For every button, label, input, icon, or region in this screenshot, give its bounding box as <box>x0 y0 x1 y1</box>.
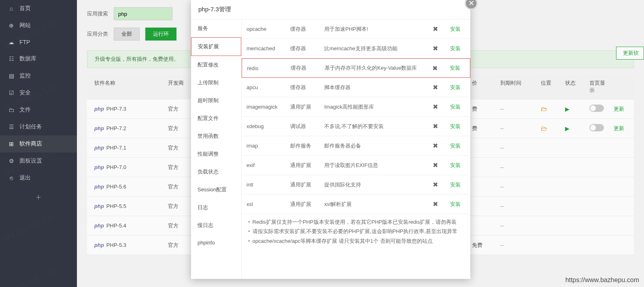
ext-desc: 脚本缓存器 <box>324 84 425 92</box>
ext-name: memcached <box>247 45 290 51</box>
ext-name: redis <box>247 65 291 71</box>
ext-status-icon: ✖ <box>425 200 445 208</box>
note-line: •请按实际需求安装扩展,不要安装不必要的PHP扩展,这会影响PHP执行效率,甚至… <box>248 227 464 236</box>
ext-status-icon: ✖ <box>425 142 445 150</box>
install-button[interactable]: 安装 <box>445 84 465 91</box>
modal-nav-item[interactable]: 禁用函数 <box>191 127 241 145</box>
modal-nav-item[interactable]: 服务 <box>191 19 241 37</box>
extension-row: memcached 缓存器 比memcache支持更多高级功能 ✖ 安装 <box>242 39 470 58</box>
ext-status-icon: ✖ <box>425 122 445 130</box>
ext-type: 通用扩展 <box>290 201 324 208</box>
modal-nav-item[interactable]: 配置文件 <box>191 109 241 127</box>
modal-title: php-7.3管理 <box>191 0 470 19</box>
install-button[interactable]: 安装 <box>445 45 465 52</box>
ext-name: intl <box>247 182 290 188</box>
ext-name: exif <box>247 162 290 168</box>
ext-type: 缓存器 <box>290 45 324 52</box>
extension-row: opcache 缓存器 用于加速PHP脚本! ✖ 安装 <box>242 19 470 39</box>
ext-type: 缓存器 <box>290 26 324 33</box>
ext-type: 缓存器 <box>290 84 324 91</box>
ext-type: 通用扩展 <box>290 162 324 169</box>
extension-row: redis 缓存器 基于内存亦可持久化的Key-Value数据库 ✖ 安装 <box>242 58 470 78</box>
extension-row: intl 通用扩展 提供国际化支持 ✖ 安装 <box>242 175 470 195</box>
note-line: •Redis扩展仅支持一个PHP版本安装使用，若在其它PHP版本已安装redis… <box>248 217 464 227</box>
ext-desc: 用于加速PHP脚本! <box>324 25 425 33</box>
extension-table: opcache 缓存器 用于加速PHP脚本! ✖ 安装 memcached 缓存… <box>242 19 470 214</box>
ext-name: imap <box>247 143 290 149</box>
install-button[interactable]: 安装 <box>445 26 465 33</box>
ext-status-icon: ✖ <box>425 161 445 169</box>
modal-nav-item[interactable]: 性能调整 <box>191 145 241 163</box>
ext-name: apcu <box>247 84 290 90</box>
modal-nav-item[interactable]: phpinfo <box>191 234 241 251</box>
extension-row: xsl 通用扩展 xsl解析扩展 ✖ 安装 <box>242 195 470 214</box>
install-button[interactable]: 安装 <box>445 181 465 188</box>
ext-desc: 比memcache支持更多高级功能 <box>324 45 425 53</box>
modal-nav-item[interactable]: 超时限制 <box>191 92 241 109</box>
ext-desc: 不多说,不了解的不要安装 <box>324 122 425 131</box>
modal-nav: 服务安装扩展配置修改上传限制超时限制配置文件禁用函数性能调整负载状态Sessio… <box>191 19 242 279</box>
extension-row: imagemagick 通用扩展 Imagick高性能图形库 ✖ 安装 <box>242 97 470 117</box>
ext-status-icon: ✖ <box>425 25 445 33</box>
ext-name: opcache <box>247 26 290 32</box>
ext-status-icon: ✖ <box>425 181 445 188</box>
install-button[interactable]: 安装 <box>445 142 465 150</box>
modal-nav-item[interactable]: Session配置 <box>191 181 241 199</box>
install-button[interactable]: 安装 <box>445 123 465 130</box>
ext-type: 调试器 <box>290 123 324 130</box>
ext-type: 缓存器 <box>291 64 325 72</box>
ext-desc: 用于读取图片EXIF信息 <box>324 161 425 169</box>
ext-type: 通用扩展 <box>290 181 324 188</box>
ext-desc: 基于内存亦可持久化的Key-Value数据库 <box>325 64 425 72</box>
ext-status-icon: ✖ <box>425 84 445 91</box>
ext-name: xdebug <box>247 123 290 129</box>
modal-nav-item[interactable]: 安装扩展 <box>191 37 241 56</box>
modal-nav-item[interactable]: 配置修改 <box>191 56 241 74</box>
ext-name: xsl <box>247 201 290 207</box>
ext-status-icon: ✖ <box>425 64 445 72</box>
install-button[interactable]: 安装 <box>445 64 465 72</box>
modal-nav-item[interactable]: 负载状态 <box>191 163 241 181</box>
extension-row: imap 邮件服务 邮件服务器必备 ✖ 安装 <box>242 136 470 156</box>
modal-nav-item[interactable]: 日志 <box>191 199 241 216</box>
install-button[interactable]: 安装 <box>445 162 465 169</box>
extension-row: xdebug 调试器 不多说,不了解的不要安装 ✖ 安装 <box>242 117 470 136</box>
ext-name: imagemagick <box>247 104 290 110</box>
install-button[interactable]: 安装 <box>445 201 465 208</box>
ext-type: 通用扩展 <box>290 103 324 111</box>
ext-desc: 邮件服务器必备 <box>324 142 425 150</box>
footer-url: https://www.bazhepu.com <box>565 276 639 284</box>
modal-overlay: ✕ php-7.3管理 服务安装扩展配置修改上传限制超时限制配置文件禁用函数性能… <box>0 0 644 287</box>
ext-desc: Imagick高性能图形库 <box>324 103 425 111</box>
modal-body: 服务安装扩展配置修改上传限制超时限制配置文件禁用函数性能调整负载状态Sessio… <box>191 19 470 279</box>
php-manage-modal: ✕ php-7.3管理 服务安装扩展配置修改上传限制超时限制配置文件禁用函数性能… <box>191 0 470 279</box>
ext-status-icon: ✖ <box>425 103 445 111</box>
ext-status-icon: ✖ <box>425 45 445 52</box>
modal-nav-item[interactable]: 慢日志 <box>191 216 241 234</box>
extension-row: apcu 缓存器 脚本缓存器 ✖ 安装 <box>242 78 470 97</box>
modal-nav-item[interactable]: 上传限制 <box>191 74 241 92</box>
modal-content: opcache 缓存器 用于加速PHP脚本! ✖ 安装 memcached 缓存… <box>242 19 470 279</box>
note-line: •opcache/xcache/apc等脚本缓存扩展 请只安装其中1个 否则可能… <box>248 236 464 246</box>
ext-desc: 提供国际化支持 <box>324 181 425 189</box>
modal-notes: •Redis扩展仅支持一个PHP版本安装使用，若在其它PHP版本已安装redis… <box>242 214 470 252</box>
install-button[interactable]: 安装 <box>445 103 465 111</box>
ext-type: 邮件服务 <box>290 142 324 150</box>
ext-desc: xsl解析扩展 <box>324 200 425 208</box>
extension-row: exif 通用扩展 用于读取图片EXIF信息 ✖ 安装 <box>242 156 470 175</box>
